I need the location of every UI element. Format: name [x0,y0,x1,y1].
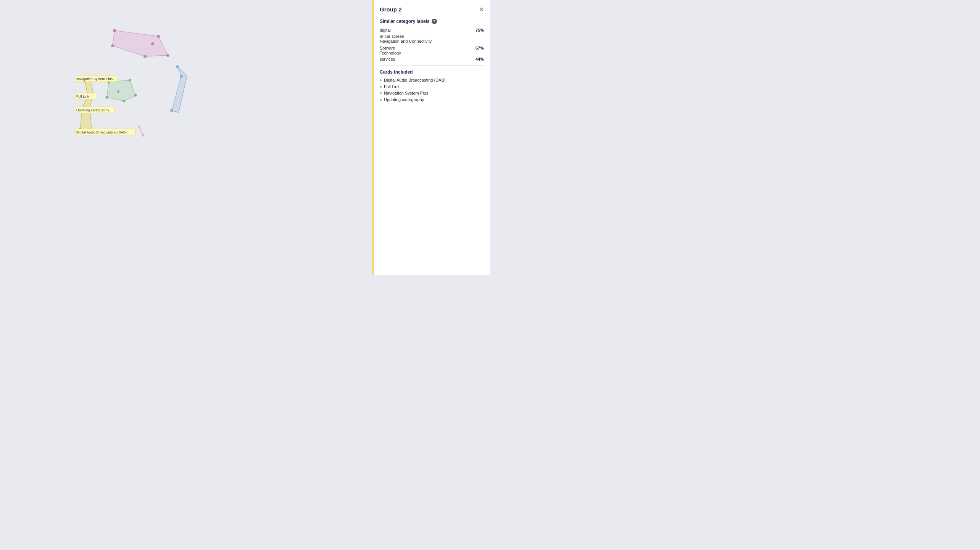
label-update: Updating cartography [76,108,110,112]
dot-pink-1 [113,29,116,32]
right-panel-header: Group 2 ✕ [380,6,484,13]
canvas-area: Navigation System Plus Full Link Updatin… [0,0,372,275]
card-label-update: Updating cartography [384,97,424,102]
dot-green-2 [129,79,131,82]
dot-pink-5 [111,44,114,47]
dot-pink-3 [166,54,169,57]
dot-pink-6 [151,42,154,45]
category-row-services: services 44% [380,57,484,61]
categories-title-text: Similar category labels [380,19,430,24]
category-label-sotware: Sotware [380,46,401,50]
label-full-link: Full Link [76,95,89,98]
label-dab: Digital Audio Broadcasting (DAB) [76,130,127,134]
category-label-services: services [380,57,395,61]
card-label-dab: Digital Audio Broadcasting (DAB) [384,78,445,82]
cards-title: Cards included [380,69,484,75]
card-label-full-link: Full Link [384,84,400,89]
card-bullet-2 [380,86,382,88]
dot-green-4 [123,100,126,103]
dot-line-1 [138,125,140,128]
card-item-full-link: Full Link [380,84,484,89]
category-pct-services: 44% [475,57,484,61]
dot-line-2 [142,134,144,137]
close-button[interactable]: ✕ [479,6,484,13]
category-row-sotware: Sotware Technology 67% [380,46,484,55]
label-nav-plus: Navigation System Plus [76,77,113,81]
category-label-digital: digital [380,28,391,32]
category-label-nav: Navigation and Connectivity [380,39,484,43]
dot-pink-2 [157,35,160,38]
card-item-update: Updating cartography [380,97,484,102]
right-panel-title: Group 2 [380,6,402,13]
category-labels-sotware: Sotware Technology [380,46,401,55]
dot-pink-4 [143,55,147,58]
dot-green-5 [106,96,108,99]
category-pct-sotware: 67% [475,46,484,50]
categories-section-title: Similar category labels ? [380,19,484,24]
dot-green-6 [117,90,119,93]
category-label-incar: In-car screen [380,34,484,39]
svg-rect-0 [0,0,372,275]
card-bullet-1 [380,79,382,81]
dot-blue-3 [170,109,173,112]
category-labels-incar: In-car screen Navigation and Connectivit… [380,34,484,43]
canvas-svg: Navigation System Plus Full Link Updatin… [0,0,372,275]
divider [380,65,484,66]
category-label-tech: Technology [380,51,401,55]
right-panel: Group 2 ✕ Similar category labels ? digi… [372,0,490,275]
card-bullet-3 [380,92,382,94]
help-icon[interactable]: ? [432,19,437,24]
category-row-incar: In-car screen Navigation and Connectivit… [380,34,484,43]
dot-blue-2 [180,75,183,78]
category-labels-digital: digital [380,28,391,32]
dot-blue-1 [176,65,179,68]
card-bullet-4 [380,99,382,101]
card-item-nav-plus: Navigation System Plus [380,91,484,95]
category-pct-digital: 75% [475,28,484,32]
category-labels-services: services [380,57,395,61]
card-item-dab: Digital Audio Broadcasting (DAB) [380,78,484,82]
dot-green-3 [134,94,137,97]
category-row-digital: digital 75% [380,28,484,32]
card-label-nav-plus: Navigation System Plus [384,91,428,95]
